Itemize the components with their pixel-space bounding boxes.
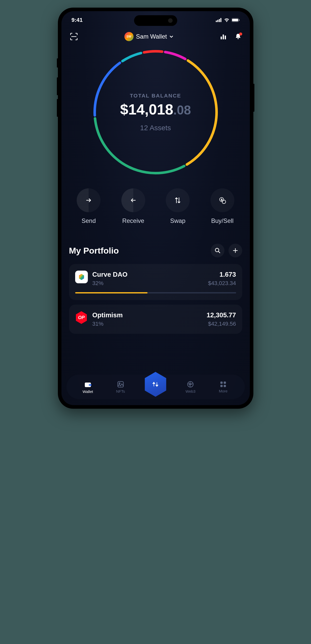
image-icon xyxy=(117,381,124,388)
portfolio-section: My Portfolio Curve DAO32%1.673$43,023.34… xyxy=(61,229,250,334)
nav-wallet[interactable]: Wallet xyxy=(78,380,98,394)
action-row: Send Receive Swap Buy/Sell xyxy=(61,176,250,229)
send-button[interactable]: Send xyxy=(77,188,101,224)
search-button[interactable] xyxy=(211,244,224,257)
wallet-selector[interactable]: SW Sam Wallet xyxy=(124,32,174,41)
balance-ring: TOTAL BALANCE $14,018.08 12 Assets xyxy=(92,49,219,176)
allocation-ring xyxy=(92,49,219,176)
globe-icon xyxy=(187,381,194,388)
asset-value: $42,149.56 xyxy=(207,321,236,327)
svg-rect-28 xyxy=(224,385,226,387)
wallet-icon xyxy=(84,380,92,388)
asset-quantity: 12,305.77 xyxy=(207,311,236,319)
svg-rect-25 xyxy=(220,382,223,384)
nav-nfts[interactable]: NFTs xyxy=(110,381,131,393)
portfolio-title: My Portfolio xyxy=(69,246,119,256)
notification-badge xyxy=(239,32,242,36)
asset-icon xyxy=(75,271,88,283)
wallet-name: Sam Wallet xyxy=(136,33,167,40)
add-button[interactable] xyxy=(228,244,242,257)
dynamic-island xyxy=(134,15,177,26)
asset-card[interactable]: OPOptimism31%12,305.77$42,149.56 xyxy=(69,305,242,334)
search-icon xyxy=(215,247,221,254)
svg-point-13 xyxy=(92,49,219,176)
wifi-icon xyxy=(224,18,230,22)
nav-web3[interactable]: Web3 xyxy=(180,381,201,393)
svg-rect-0 xyxy=(216,21,217,22)
status-time: 9:41 xyxy=(72,17,83,23)
battery-icon xyxy=(232,18,240,22)
svg-point-17 xyxy=(222,200,226,204)
asset-name: Optimism xyxy=(92,311,123,319)
swap-center-icon xyxy=(151,380,160,389)
asset-value: $43,023.34 xyxy=(208,280,236,287)
svg-point-14 xyxy=(92,49,219,176)
phone-frame: 9:41 SW Sam Wallet xyxy=(58,8,253,409)
screen: 9:41 SW Sam Wallet xyxy=(61,11,250,405)
notifications-button[interactable] xyxy=(235,33,242,40)
grid-icon xyxy=(220,381,227,388)
svg-rect-8 xyxy=(223,35,224,39)
swap-icon xyxy=(174,196,182,204)
asset-icon: OP xyxy=(75,311,88,324)
svg-point-12 xyxy=(92,49,219,176)
plus-icon xyxy=(232,247,238,254)
svg-rect-2 xyxy=(219,19,220,22)
svg-point-23 xyxy=(119,383,120,384)
asset-quantity: 1.673 xyxy=(208,271,236,278)
cellular-icon xyxy=(216,18,222,22)
svg-rect-27 xyxy=(220,385,223,387)
asset-name: Curve DAO xyxy=(92,271,128,278)
svg-rect-26 xyxy=(224,382,226,384)
svg-rect-9 xyxy=(225,36,226,39)
svg-point-21 xyxy=(89,385,90,385)
app-header: SW Sam Wallet xyxy=(61,26,250,44)
svg-rect-7 xyxy=(221,37,222,39)
svg-rect-3 xyxy=(220,18,221,22)
svg-point-11 xyxy=(92,49,219,176)
nav-more[interactable]: More xyxy=(213,381,233,393)
svg-rect-6 xyxy=(239,19,240,21)
asset-percentage: 32% xyxy=(92,280,128,287)
chevron-down-icon xyxy=(169,35,173,39)
chart-icon[interactable] xyxy=(220,33,227,40)
swap-button[interactable]: Swap xyxy=(166,188,190,224)
asset-bar xyxy=(75,292,236,293)
svg-rect-5 xyxy=(232,19,238,21)
asset-card[interactable]: Curve DAO32%1.673$43,023.34 xyxy=(69,264,242,300)
avatar: SW xyxy=(124,32,134,41)
svg-point-15 xyxy=(92,49,219,176)
nav-center-action[interactable] xyxy=(143,372,168,397)
asset-percentage: 31% xyxy=(92,321,123,327)
bottom-nav: Wallet NFTs Web3 More xyxy=(67,375,245,399)
buy-sell-button[interactable]: Buy/Sell xyxy=(210,188,234,224)
scan-icon[interactable] xyxy=(70,32,78,41)
coins-icon xyxy=(218,196,226,204)
svg-rect-1 xyxy=(217,20,218,22)
svg-point-10 xyxy=(92,49,219,176)
receive-button[interactable]: Receive xyxy=(121,188,145,224)
